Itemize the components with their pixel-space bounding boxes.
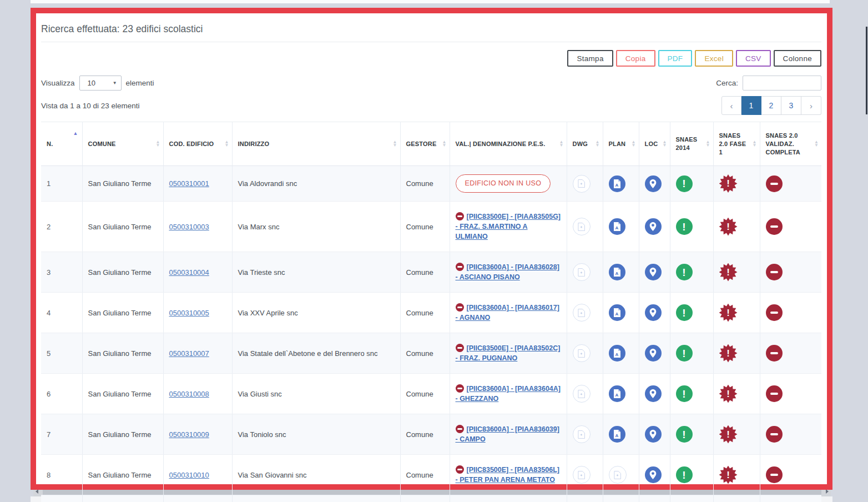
toolbar-button-colonne[interactable]: Colonne bbox=[774, 50, 821, 67]
cell-plan: A bbox=[603, 495, 639, 502]
location-pin-icon[interactable] bbox=[645, 175, 662, 192]
table-header-row: N.▲COMUNE▲▼COD. EDIFICIO▲▼INDIRIZZO▲▼GES… bbox=[41, 122, 821, 166]
building-code-link[interactable]: 0500310003 bbox=[169, 223, 209, 231]
pes-link[interactable]: [PIIC83600A] - [PIAA836028] - ASCIANO PI… bbox=[456, 263, 559, 281]
pes-entry: [PIIC83600A] - [PIAA83604A] - GHEZZANO bbox=[456, 384, 561, 404]
toolbar-button-stampa[interactable]: Stampa bbox=[567, 50, 613, 67]
pdf-file-icon[interactable]: A bbox=[609, 175, 625, 192]
page-size-value: 10 bbox=[88, 79, 95, 87]
sort-arrows-icon: ▲▼ bbox=[442, 140, 446, 147]
minus-circle-icon bbox=[456, 303, 464, 312]
sort-arrows-icon: ▲▼ bbox=[752, 140, 756, 147]
cell-loc bbox=[639, 495, 670, 502]
location-pin-icon[interactable] bbox=[645, 345, 662, 362]
column-header-validaz[interactable]: SNAES 2.0 VALIDAZ. COMPLETA▲▼ bbox=[760, 122, 821, 166]
toolbar-button-copia[interactable]: Copia bbox=[616, 50, 655, 67]
cerca-label: Cerca: bbox=[716, 79, 738, 87]
building-code-link[interactable]: 0500310009 bbox=[169, 430, 209, 439]
pes-link[interactable]: [PIIC83600A] - [PIAA836017] - AGNANO bbox=[456, 304, 559, 322]
building-code-link[interactable]: 0500310010 bbox=[169, 471, 209, 479]
search-input[interactable] bbox=[743, 76, 821, 91]
minus-circle-icon bbox=[766, 345, 783, 362]
column-header-plan[interactable]: PLAN▲▼ bbox=[603, 122, 639, 166]
pes-entry: [PIIC83600A] - [PIAA836039] - CAMPO bbox=[456, 424, 561, 444]
pdf-file-icon[interactable]: A bbox=[609, 426, 625, 443]
table-row: 3San Giuliano Terme0500310004Via Trieste… bbox=[41, 252, 821, 293]
column-header-indirizzo[interactable]: INDIRIZZO▲▼ bbox=[232, 122, 400, 166]
pdf-file-icon[interactable]: A bbox=[609, 218, 625, 235]
cell-comune: San Giuliano Terme bbox=[82, 293, 163, 333]
dwg-file-icon bbox=[573, 218, 591, 235]
location-pin-icon[interactable] bbox=[645, 304, 662, 321]
cell-snaes-2014: ! bbox=[670, 414, 713, 455]
building-code-link[interactable]: 0500310004 bbox=[169, 268, 209, 277]
table-row: 7San Giuliano Terme0500310009Via Toniolo… bbox=[41, 414, 821, 455]
cell-plan: A bbox=[603, 252, 639, 293]
cell-plan: A bbox=[603, 166, 639, 202]
building-code-link[interactable]: 0500310008 bbox=[169, 390, 209, 398]
svg-text:A: A bbox=[615, 433, 618, 438]
location-pin-icon[interactable] bbox=[645, 426, 662, 443]
pagination-prev[interactable]: ‹ bbox=[721, 96, 741, 115]
building-code-link[interactable]: 0500310001 bbox=[169, 179, 209, 188]
minus-circle-icon bbox=[456, 425, 464, 433]
caret-down-icon: ▼ bbox=[113, 81, 117, 86]
cell-dwg bbox=[567, 495, 603, 502]
toolbar-button-csv[interactable]: CSV bbox=[736, 50, 771, 67]
building-code-link[interactable]: 0500310005 bbox=[169, 309, 209, 317]
page-size-select[interactable]: 10 ▼ bbox=[79, 76, 122, 91]
column-header-dwg[interactable]: DWG▲▼ bbox=[567, 122, 603, 166]
toolbar-button-pdf[interactable]: PDF bbox=[658, 50, 693, 67]
pes-link[interactable]: [PIIC83600A] - [PIAA83604A] - GHEZZANO bbox=[456, 385, 561, 403]
column-header-fase1[interactable]: SNAES 2.0 FASE 1▲▼ bbox=[713, 122, 760, 166]
location-pin-icon[interactable] bbox=[645, 218, 662, 235]
column-header-n[interactable]: N.▲ bbox=[41, 122, 82, 166]
column-header-codice[interactable]: COD. EDIFICIO▲▼ bbox=[163, 122, 232, 166]
dwg-file-icon bbox=[573, 175, 591, 193]
cell-indirizzo: Via Statale dell`Abetone e del Brennero … bbox=[232, 333, 400, 374]
sort-asc-icon: ▲ bbox=[73, 129, 78, 138]
column-header-snaes2014[interactable]: SNAES 2014▲▼ bbox=[670, 122, 713, 166]
location-pin-icon[interactable] bbox=[645, 264, 662, 280]
cell-snaes-validaz bbox=[760, 202, 821, 252]
column-header-comune[interactable]: COMUNE▲▼ bbox=[82, 122, 163, 166]
pagination-next[interactable]: › bbox=[801, 96, 821, 115]
exclamation-burst-icon: ! bbox=[719, 466, 738, 484]
svg-text:A: A bbox=[615, 393, 618, 398]
toolbar-button-excel[interactable]: Excel bbox=[695, 50, 733, 67]
cell-loc bbox=[639, 333, 670, 374]
column-header-gestore[interactable]: GESTORE▲▼ bbox=[400, 122, 450, 166]
cell-comune: San Giuliano Terme bbox=[82, 374, 163, 414]
svg-text:A: A bbox=[615, 271, 618, 276]
pagination-page-1[interactable]: 1 bbox=[741, 96, 761, 115]
pdf-file-icon[interactable]: A bbox=[609, 345, 625, 362]
cell-comune: San Giuliano Terme bbox=[82, 333, 163, 374]
location-pin-icon[interactable] bbox=[645, 385, 662, 402]
minus-circle-icon bbox=[766, 466, 783, 483]
results-info-text: Vista da 1 a 10 di 23 elementi bbox=[41, 102, 140, 110]
column-header-pes[interactable]: VAL.| DENOMINAZIONE P.E.S.▲▼ bbox=[450, 122, 567, 166]
building-code-link[interactable]: 0500310007 bbox=[169, 349, 209, 358]
cell-snaes-fase1: ! bbox=[713, 293, 760, 333]
pdf-file-icon[interactable]: A bbox=[609, 304, 625, 321]
pes-entry: [PIIC83500E] - [PIAA83505G] - FRAZ. S.MA… bbox=[456, 212, 561, 242]
pagination-page-2[interactable]: 2 bbox=[761, 96, 781, 115]
pes-link[interactable]: [PIIC83500E] - [PIAA83502C] - FRAZ. PUGN… bbox=[456, 344, 561, 362]
pes-link[interactable]: [PIIC83500E] - [PIAA83505G] - FRAZ. S.MA… bbox=[456, 213, 561, 240]
pdf-file-icon[interactable]: A bbox=[609, 264, 625, 280]
column-label-gestore: GESTORE bbox=[406, 140, 437, 147]
column-label-pes: VAL.| DENOMINAZIONE P.E.S. bbox=[456, 140, 546, 147]
pes-link[interactable]: [PIIC83500E] - [PIAA83506L] - PETER PAN … bbox=[456, 466, 559, 484]
pes-entry: [PIIC83500E] - [PIAA83506L] - PETER PAN … bbox=[456, 465, 561, 485]
cell-gestore: Comune bbox=[400, 495, 450, 502]
sort-arrows-icon: ▲▼ bbox=[155, 140, 160, 147]
top-page-strip bbox=[31, 0, 830, 3]
cell-pes: EDIFICIO NON IN USO bbox=[450, 166, 567, 202]
cell-dwg bbox=[567, 202, 603, 252]
pes-link[interactable]: [PIIC83600A] - [PIAA836039] - CAMPO bbox=[456, 425, 559, 443]
location-pin-icon[interactable] bbox=[645, 466, 662, 483]
cell-comune: San Giuliano Terme bbox=[82, 455, 163, 495]
pdf-file-icon[interactable]: A bbox=[609, 385, 625, 402]
column-header-loc[interactable]: LOC▲▼ bbox=[639, 122, 670, 166]
pagination-page-3[interactable]: 3 bbox=[781, 96, 801, 115]
